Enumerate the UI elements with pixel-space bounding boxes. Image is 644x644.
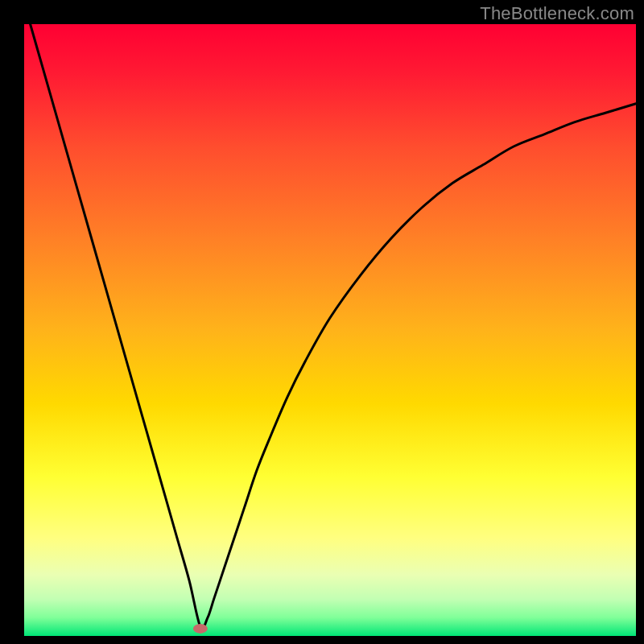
- watermark-text: TheBottleneck.com: [480, 3, 634, 24]
- optimum-marker: [193, 624, 208, 634]
- bottleneck-chart: [0, 0, 644, 644]
- chart-frame: TheBottleneck.com: [0, 0, 644, 644]
- plot-background: [24, 24, 636, 636]
